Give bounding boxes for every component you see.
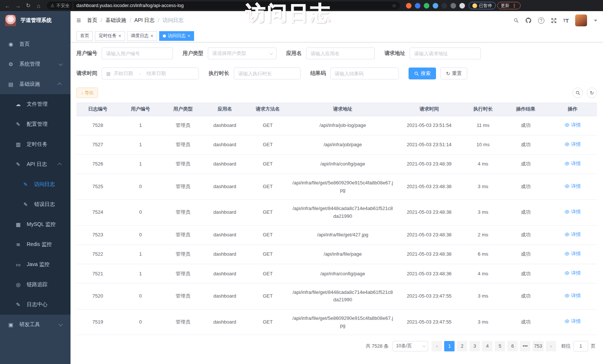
extension-icon-puzzle[interactable] [459, 3, 465, 9]
sidebar-item-mysql-monitor[interactable]: ▦MySQL 监控 [0, 214, 71, 235]
tab-首页[interactable]: 首页 [76, 31, 93, 41]
sidebar-item-redis-monitor[interactable]: ≋Redis 监控 [0, 235, 71, 255]
detail-link[interactable]: 详情 [564, 160, 581, 167]
goto-page-input[interactable] [573, 341, 588, 351]
breadcrumb-item[interactable]: 首页 [87, 17, 97, 24]
page-button-2[interactable]: 2 [457, 341, 467, 351]
extension-icon-shield[interactable] [415, 3, 420, 9]
extension-icon-gray[interactable] [450, 3, 456, 9]
column-header: 用户类型 [162, 102, 204, 116]
refresh-table-button[interactable]: ↻ [587, 88, 597, 98]
header-search-icon[interactable] [514, 16, 519, 25]
result-code-input-field[interactable] [335, 71, 394, 76]
browser-back-icon[interactable]: ← [3, 1, 12, 10]
request-url-input[interactable] [410, 47, 481, 59]
close-icon[interactable]: × [118, 33, 121, 38]
sidebar-item-dashboard[interactable]: ◉首页 [0, 34, 71, 54]
page-button-1[interactable]: 1 [444, 341, 455, 351]
avatar-caret-down-icon[interactable] [594, 20, 597, 22]
extension-icon-grid[interactable] [433, 3, 438, 9]
help-icon[interactable]: ? [538, 16, 544, 25]
page-button-5[interactable]: 5 [495, 341, 505, 351]
sidebar-item-cloud-upload[interactable]: ☁文件管理 [0, 94, 71, 114]
sidebar-item-scheduled-job[interactable]: ▥定时任务 [0, 134, 71, 154]
tab-调度日志[interactable]: 调度日志× [127, 31, 157, 41]
extension-icon-dark-badge[interactable] [442, 3, 447, 9]
detail-link[interactable]: 详情 [564, 208, 581, 216]
sidebar-item-java-monitor[interactable]: ▭Java 监控 [0, 255, 71, 275]
user-id-input[interactable] [102, 47, 173, 59]
sidebar-item-dev-tools[interactable]: ▣研发工具 [0, 315, 71, 335]
close-icon[interactable]: × [187, 33, 190, 38]
duration-input[interactable] [234, 68, 301, 79]
browser-reload-icon[interactable]: ↻ [24, 1, 33, 10]
browser-toolbar: ← → ↻ ⌂ ⚠ 不安全 dashboard.yudao.iocoder.cn… [0, 0, 603, 11]
sidebar-item-config-edit[interactable]: ✎配置管理 [0, 114, 71, 134]
export-button[interactable]: ↓ 导出 [76, 88, 98, 98]
sidebar-item-error-log[interactable]: ✎错误日志 [0, 194, 71, 214]
detail-label: 详情 [571, 208, 581, 216]
hide-search-button[interactable] [573, 88, 583, 98]
sidebar-item-gear[interactable]: ⚙系统管理 [0, 54, 71, 74]
browser-menu-kebab-icon[interactable]: ⋮ [512, 3, 517, 9]
request-url-input-field[interactable] [414, 51, 476, 56]
user-avatar[interactable] [575, 14, 587, 26]
page-button-753[interactable]: 753 [532, 341, 544, 351]
app-name-input[interactable] [306, 47, 375, 59]
detail-link[interactable]: 详情 [564, 292, 581, 299]
detail-link[interactable]: 详情 [564, 318, 581, 325]
font-size-icon[interactable]: TT [563, 16, 569, 25]
duration-input-field[interactable] [238, 71, 296, 76]
breadcrumb-item[interactable]: API 日志 [134, 17, 154, 24]
next-page-button[interactable]: › [546, 341, 556, 351]
bookmark-star-icon[interactable]: ☆ [392, 3, 396, 9]
prev-page-button[interactable]: ‹ [432, 341, 442, 351]
tab-访问日志[interactable]: 访问日志× [159, 31, 194, 41]
extension-icon-green[interactable] [424, 3, 429, 9]
more-pages-icon[interactable]: ••• [520, 341, 530, 351]
fullscreen-icon[interactable] [551, 16, 557, 25]
address-bar[interactable]: ⚠ 不安全 dashboard.yudao.iocoder.cn/infra/l… [47, 1, 400, 10]
sidebar-item-log-center[interactable]: ✎日志中心 [0, 295, 71, 315]
app-name-input-field[interactable] [311, 51, 370, 56]
security-warning[interactable]: ⚠ 不安全 [50, 3, 73, 9]
user-id-input-field[interactable] [106, 51, 168, 56]
breadcrumb-item[interactable]: 基础设施 [105, 17, 126, 24]
tags-view: 首页定时任务×调度日志×访问日志× [71, 30, 603, 42]
reset-button[interactable]: ↻ 重置 [440, 68, 467, 79]
detail-link[interactable]: 详情 [564, 121, 581, 129]
page-button-3[interactable]: 3 [469, 341, 480, 351]
date-range-picker[interactable]: ▦ 开始日期 - 结束日期 [102, 68, 199, 79]
url-text[interactable]: dashboard.yudao.iocoder.cn/infra/log/api… [73, 3, 392, 8]
detail-link[interactable]: 详情 [564, 183, 581, 190]
hamburger-icon[interactable]: ≡ [76, 16, 81, 25]
sidebar-item-api-log[interactable]: ✎API 日志 [0, 154, 71, 174]
page-button-4[interactable]: 4 [482, 341, 492, 351]
sidebar-item-infrastructure[interactable]: ▤基础设施 [0, 74, 71, 94]
sidebar-item-access-log[interactable]: ✎访问日志 [0, 174, 71, 194]
extension-icon-halo[interactable] [406, 3, 412, 9]
detail-link[interactable]: 详情 [564, 231, 581, 238]
page-size-select[interactable]: 10条/页 [393, 341, 428, 351]
tab-定时任务[interactable]: 定时任务× [95, 31, 125, 41]
logo-row[interactable]: 芋道管理系统 [0, 11, 71, 30]
detail-link[interactable]: 详情 [564, 141, 581, 148]
github-icon[interactable] [525, 16, 532, 25]
user-type-select[interactable]: 请选择用户类型 [208, 47, 276, 59]
cell-id: 7525 [76, 174, 119, 200]
paused-badge[interactable]: 已暂停 [469, 2, 496, 9]
update-button[interactable]: 更新 ⋮ [497, 2, 521, 9]
page-button-6[interactable]: 6 [507, 341, 518, 351]
cell-result: 成功 [503, 154, 548, 174]
detail-link[interactable]: 详情 [564, 269, 581, 277]
cell-user_type: 管理员 [162, 225, 204, 245]
search-button[interactable]: 搜索 [409, 68, 436, 79]
result-code-input[interactable] [330, 68, 399, 79]
browser-home-icon[interactable]: ⌂ [34, 1, 43, 10]
detail-link[interactable]: 详情 [564, 250, 581, 258]
request-url-label: 请求地址 [384, 50, 405, 57]
browser-forward-icon[interactable]: → [13, 1, 22, 10]
close-icon[interactable]: × [151, 33, 154, 38]
cell-action: 详情 [548, 174, 597, 200]
sidebar-item-trace-eye[interactable]: ◎链路追踪 [0, 275, 71, 295]
